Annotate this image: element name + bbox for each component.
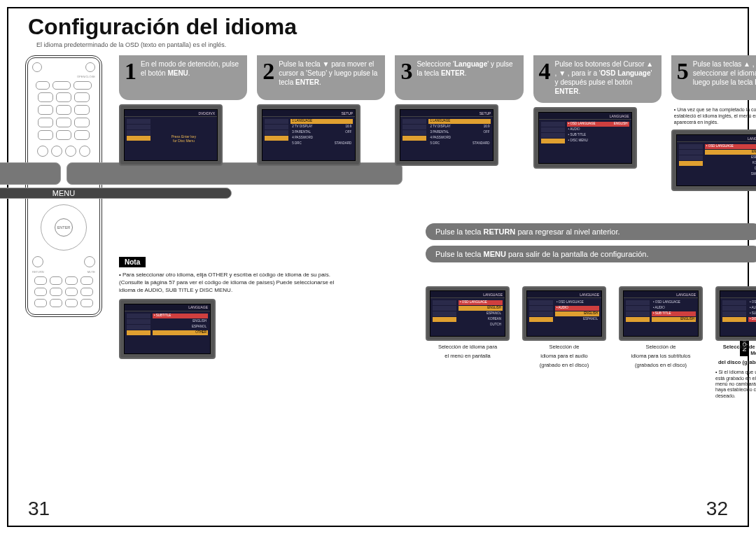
caption-osd-line2: el menú en pantalla [444, 353, 490, 359]
step-4-num: 4 [539, 59, 551, 96]
caption-discmenu-extra: • Si el idioma que usted seleccionó no e… [715, 368, 756, 399]
caption-audio-line3: (grabado en el disco) [540, 362, 589, 368]
power-icon [32, 62, 42, 72]
remote-btn-step [38, 130, 53, 140]
remote-btn-0 [56, 130, 71, 140]
step-2-head: 2 Pulse la tecla ▼ para mover el cursor … [257, 55, 385, 100]
remote-control-illustration: OPEN/CLOSE [25, 55, 102, 317]
remote-btn-return [32, 256, 43, 267]
remote-btn-row9c [65, 288, 78, 296]
remote-btn-row10a [34, 299, 47, 307]
step-3-screen: SETUP 1 LANGUAGE 2 TV DISPLAY16:9 3 PARE… [395, 104, 498, 166]
remote-btn-4 [38, 105, 53, 115]
remote-btn-row9a [34, 288, 47, 296]
remote-btn-play [65, 146, 76, 157]
remote-btn-cancel [74, 130, 90, 140]
step-5: 5 Pulse las teclas ▲ , ▼ para selecciona… [671, 55, 756, 191]
remote-btn-aux [36, 81, 50, 90]
remote-btn-3 [74, 92, 90, 102]
remote-btn-tuner [74, 81, 92, 90]
remote-btn-row8a [34, 276, 47, 285]
caption-subtitle: LANGUAGE• OSD LANGUAGE• AUDIO• SUB TITLE… [619, 286, 703, 399]
remote-btn-5 [56, 105, 71, 115]
caption-subtitle-line3: (grabados en el disco) [635, 362, 687, 368]
remote-column: OPEN/CLOSE [25, 55, 109, 526]
caption-subtitle-line1: Selección de [646, 344, 676, 350]
nota-screen: LANGUAGE • SUBTITLE ENGLISH ESPAÑOL OTHE… [119, 299, 216, 359]
remote-btn-row8c [65, 276, 78, 285]
remote-btn-6 [74, 105, 90, 115]
page-number-left: 31 [28, 498, 50, 520]
remote-btn-row8b [50, 276, 62, 285]
step-2: 2 Pulse la tecla ▼ para mover el cursor … [257, 55, 385, 191]
step-4: 4 Pulse los botones del Cursor ▲ , ▼ , p… [533, 55, 662, 191]
caption-audio-line1: Selección de [550, 344, 580, 350]
step-2-text: Pulse la tecla ▼ para mover el cursor a … [279, 59, 379, 93]
remote-btn-volume [0, 162, 61, 185]
remote-btn-row9b [50, 288, 62, 296]
step-4-text: Pulse los botones del Cursor ▲ , ▼ , par… [555, 59, 656, 96]
step-2-num: 2 [262, 59, 274, 93]
main-column: 1 En el modo de detención, pulse el botó… [119, 55, 756, 526]
caption-osd-screen: LANGUAGE• OSD LANGUAGEENGLISHESPAÑOLKORE… [426, 286, 510, 341]
remote-label-return: RETURN [32, 270, 44, 274]
nota-tag: Nota [119, 257, 146, 267]
step-5-num: 5 [677, 59, 689, 93]
step-3: 3 Seleccione 'Language' y pulse la tecla… [395, 55, 523, 191]
remote-btn-7 [38, 118, 53, 127]
remote-btn-next [79, 146, 90, 157]
remote-label-mute: MUTE [88, 270, 95, 274]
page-spread: Configuración del idioma El idioma prede… [7, 7, 749, 527]
remote-btn-9 [74, 118, 90, 127]
remote-btn-8 [56, 118, 71, 127]
remote-label-openclose: OPEN/CLOSE [32, 75, 95, 78]
content-area: OPEN/CLOSE [8, 51, 748, 526]
remote-btn-enter: ENTER [55, 218, 73, 237]
step-4-head: 4 Pulse los botones del Cursor ▲ , ▼ , p… [533, 55, 662, 103]
step-3-text: Seleccione 'Language' y pulse la tecla E… [416, 59, 517, 93]
eject-icon [85, 62, 95, 72]
caption-discmenu: LANGUAGE• OSD LANGUAGE• AUDIO• SUB TITLE… [715, 286, 756, 399]
caption-osd: LANGUAGE• OSD LANGUAGEENGLISHESPAÑOLKORE… [426, 286, 510, 399]
step-3-head: 3 Seleccione 'Language' y pulse la tecla… [395, 55, 523, 100]
hint-return: Pulse la tecla RETURN para regresar al n… [426, 223, 756, 240]
step-5-text: Pulse las teclas ▲ , ▼ para seleccionar … [693, 59, 756, 93]
step-2-screen: SETUP 1 LANGUAGE 2 TV DISPLAY16:9 3 PARE… [257, 104, 360, 166]
remote-dpad: ENTER [41, 204, 87, 251]
step-5-screen: LANGUAGE • OSD LANGUAGE ENGLISH ESPAÑOL … [671, 129, 756, 191]
caption-discmenu-screen: LANGUAGE• OSD LANGUAGE• AUDIO• SUB TITLE… [715, 286, 756, 341]
nota-block: Nota • Para seleccionar otro idioma, eli… [119, 223, 343, 399]
remote-btn-row9d [80, 288, 93, 296]
right-lower: Pulse la tecla RETURN para regresar al n… [363, 223, 756, 399]
caption-audio: LANGUAGE• OSD LANGUAGE• AUDIOENGLISHESPA… [522, 286, 606, 399]
steps-row: 1 En el modo de detención, pulse el botó… [119, 55, 756, 191]
remote-btn-row10c [65, 299, 78, 307]
remote-btn-dvd [52, 81, 71, 90]
remote-btn-1 [38, 92, 53, 102]
step-5-extra-note: • Una vez que se ha completado la config… [671, 104, 756, 125]
nota-text: • Para seleccionar otro idioma, elija OT… [119, 272, 343, 294]
page-number-right: 32 [706, 498, 728, 520]
remote-btn-row10b [50, 299, 62, 307]
step-3-num: 3 [400, 59, 412, 93]
caption-row: LANGUAGE• OSD LANGUAGEENGLISHESPAÑOLKORE… [426, 272, 756, 399]
step-1-text: En el modo de detención, pulse el botón … [141, 59, 241, 93]
caption-subtitle-screen: LANGUAGE• OSD LANGUAGE• AUDIO• SUB TITLE… [619, 286, 703, 341]
page-numbers: 31 32 [28, 498, 728, 520]
button-hints: Pulse la tecla RETURN para regresar al n… [426, 223, 756, 262]
remote-btn-row8d [80, 276, 93, 285]
step-4-screen: LANGUAGE • OSD LANGUAGEENGLISH • AUDIO •… [533, 107, 637, 169]
remote-btn-2 [56, 92, 71, 102]
page-title: Configuración del idioma [8, 8, 748, 40]
page-subtitle: El idioma predeterminado de la OSD (text… [8, 40, 748, 51]
remote-btn-stop [51, 146, 62, 157]
caption-osd-line1: Selección de idioma para [438, 344, 497, 350]
step-1-head: 1 En el modo de detención, pulse el botó… [119, 55, 247, 100]
caption-discmenu-line2: del disco (grabado en el disco). [718, 359, 756, 365]
caption-subtitle-line2: idioma para los subtítulos [631, 353, 690, 359]
remote-btn-prev [37, 146, 48, 157]
hint-menu: Pulse la tecla MENU para salir de la pan… [426, 246, 756, 262]
caption-audio-screen: LANGUAGE• OSD LANGUAGE• AUDIOENGLISHESPA… [522, 286, 606, 341]
lower-area: Nota • Para seleccionar otro idioma, eli… [119, 223, 756, 399]
step-5-head: 5 Pulse las teclas ▲ , ▼ para selecciona… [671, 55, 756, 100]
